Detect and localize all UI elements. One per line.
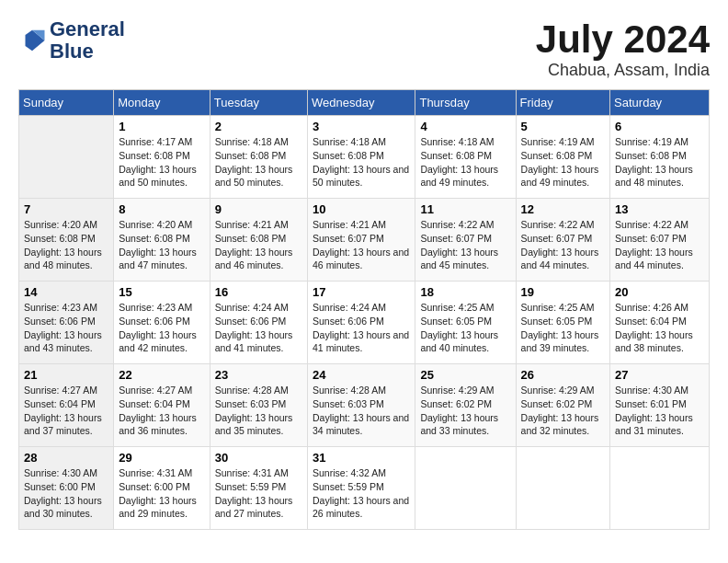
day-number: 15 [119, 285, 204, 299]
calendar-week-row: 1Sunrise: 4:17 AMSunset: 6:08 PMDaylight… [19, 116, 710, 199]
calendar-cell: 19Sunrise: 4:25 AMSunset: 6:05 PMDayligh… [516, 282, 610, 364]
calendar-cell: 22Sunrise: 4:27 AMSunset: 6:04 PMDayligh… [114, 364, 210, 447]
calendar-cell: 1Sunrise: 4:17 AMSunset: 6:08 PMDaylight… [114, 116, 210, 199]
month-year: July 2024 [536, 18, 710, 61]
day-number: 21 [24, 368, 108, 382]
calendar-cell: 13Sunrise: 4:22 AMSunset: 6:07 PMDayligh… [610, 199, 710, 282]
day-info: Sunrise: 4:31 AMSunset: 5:59 PMDaylight:… [215, 466, 302, 521]
day-info: Sunrise: 4:28 AMSunset: 6:03 PMDaylight:… [215, 384, 302, 438]
calendar-cell: 26Sunrise: 4:29 AMSunset: 6:02 PMDayligh… [516, 364, 610, 447]
day-info: Sunrise: 4:19 AMSunset: 6:08 PMDaylight:… [521, 135, 606, 190]
calendar-cell: 7Sunrise: 4:20 AMSunset: 6:08 PMDaylight… [19, 199, 114, 282]
day-info: Sunrise: 4:18 AMSunset: 6:08 PMDaylight:… [420, 135, 510, 190]
col-sunday: Sunday [19, 90, 114, 116]
day-number: 17 [313, 285, 410, 299]
calendar-cell: 14Sunrise: 4:23 AMSunset: 6:06 PMDayligh… [19, 282, 114, 364]
calendar-cell: 4Sunrise: 4:18 AMSunset: 6:08 PMDaylight… [415, 116, 516, 199]
day-number: 24 [313, 368, 410, 382]
day-info: Sunrise: 4:22 AMSunset: 6:07 PMDaylight:… [521, 218, 606, 272]
day-info: Sunrise: 4:20 AMSunset: 6:08 PMDaylight:… [24, 218, 108, 272]
day-number: 11 [420, 202, 510, 216]
calendar-cell: 11Sunrise: 4:22 AMSunset: 6:07 PMDayligh… [415, 199, 516, 282]
day-info: Sunrise: 4:23 AMSunset: 6:06 PMDaylight:… [119, 301, 204, 355]
col-wednesday: Wednesday [308, 90, 415, 116]
day-info: Sunrise: 4:19 AMSunset: 6:08 PMDaylight:… [615, 135, 704, 190]
location: Chabua, Assam, India [536, 61, 710, 80]
calendar-cell: 21Sunrise: 4:27 AMSunset: 6:04 PMDayligh… [19, 364, 114, 447]
logo-line2: Blue [50, 40, 125, 63]
day-number: 1 [119, 120, 204, 133]
calendar-cell [516, 447, 610, 530]
day-number: 30 [215, 451, 302, 465]
day-number: 16 [215, 285, 302, 299]
day-number: 10 [313, 202, 410, 216]
day-number: 23 [215, 368, 302, 382]
day-info: Sunrise: 4:24 AMSunset: 6:06 PMDaylight:… [215, 301, 302, 355]
calendar-cell: 9Sunrise: 4:21 AMSunset: 6:08 PMDaylight… [210, 199, 307, 282]
col-saturday: Saturday [610, 90, 710, 116]
day-info: Sunrise: 4:18 AMSunset: 6:08 PMDaylight:… [215, 135, 302, 190]
col-tuesday: Tuesday [210, 90, 307, 116]
day-number: 20 [615, 285, 704, 299]
day-number: 3 [313, 120, 410, 133]
calendar-cell: 8Sunrise: 4:20 AMSunset: 6:08 PMDaylight… [114, 199, 210, 282]
page-header: General Blue July 2024 Chabua, Assam, In… [18, 18, 710, 80]
day-number: 29 [119, 451, 204, 465]
calendar-cell: 2Sunrise: 4:18 AMSunset: 6:08 PMDaylight… [210, 116, 307, 199]
logo-text: General Blue [50, 18, 125, 63]
day-number: 12 [521, 202, 606, 216]
calendar-cell: 6Sunrise: 4:19 AMSunset: 6:08 PMDaylight… [610, 116, 710, 199]
calendar-cell: 24Sunrise: 4:28 AMSunset: 6:03 PMDayligh… [308, 364, 415, 447]
calendar-cell: 20Sunrise: 4:26 AMSunset: 6:04 PMDayligh… [610, 282, 710, 364]
calendar-cell: 31Sunrise: 4:32 AMSunset: 5:59 PMDayligh… [308, 447, 415, 530]
day-number: 4 [420, 120, 510, 133]
day-info: Sunrise: 4:26 AMSunset: 6:04 PMDaylight:… [615, 301, 704, 355]
day-number: 6 [615, 120, 704, 133]
calendar-cell: 25Sunrise: 4:29 AMSunset: 6:02 PMDayligh… [415, 364, 516, 447]
calendar-cell: 12Sunrise: 4:22 AMSunset: 6:07 PMDayligh… [516, 199, 610, 282]
day-number: 7 [24, 202, 108, 216]
calendar-header-row: Sunday Monday Tuesday Wednesday Thursday… [19, 90, 710, 116]
calendar-cell [19, 116, 114, 199]
calendar-cell: 18Sunrise: 4:25 AMSunset: 6:05 PMDayligh… [415, 282, 516, 364]
day-number: 27 [615, 368, 704, 382]
day-number: 2 [215, 120, 302, 133]
logo: General Blue [18, 18, 125, 63]
calendar-table: Sunday Monday Tuesday Wednesday Thursday… [18, 89, 710, 530]
day-info: Sunrise: 4:30 AMSunset: 6:01 PMDaylight:… [615, 384, 704, 438]
day-info: Sunrise: 4:17 AMSunset: 6:08 PMDaylight:… [119, 135, 204, 190]
day-number: 22 [119, 368, 204, 382]
calendar-cell: 17Sunrise: 4:24 AMSunset: 6:06 PMDayligh… [308, 282, 415, 364]
calendar-week-row: 28Sunrise: 4:30 AMSunset: 6:00 PMDayligh… [19, 447, 710, 530]
calendar-cell: 30Sunrise: 4:31 AMSunset: 5:59 PMDayligh… [210, 447, 307, 530]
day-info: Sunrise: 4:30 AMSunset: 6:00 PMDaylight:… [24, 466, 108, 521]
day-number: 18 [420, 285, 510, 299]
day-info: Sunrise: 4:29 AMSunset: 6:02 PMDaylight:… [521, 384, 606, 438]
col-monday: Monday [114, 90, 210, 116]
calendar-cell: 29Sunrise: 4:31 AMSunset: 6:00 PMDayligh… [114, 447, 210, 530]
col-thursday: Thursday [415, 90, 516, 116]
day-info: Sunrise: 4:23 AMSunset: 6:06 PMDaylight:… [24, 301, 108, 355]
day-info: Sunrise: 4:22 AMSunset: 6:07 PMDaylight:… [615, 218, 704, 272]
day-info: Sunrise: 4:22 AMSunset: 6:07 PMDaylight:… [420, 218, 510, 272]
day-number: 8 [119, 202, 204, 216]
calendar-week-row: 7Sunrise: 4:20 AMSunset: 6:08 PMDaylight… [19, 199, 710, 282]
day-number: 28 [24, 451, 108, 465]
calendar-week-row: 21Sunrise: 4:27 AMSunset: 6:04 PMDayligh… [19, 364, 710, 447]
calendar-cell: 5Sunrise: 4:19 AMSunset: 6:08 PMDaylight… [516, 116, 610, 199]
day-number: 26 [521, 368, 606, 382]
calendar-cell: 27Sunrise: 4:30 AMSunset: 6:01 PMDayligh… [610, 364, 710, 447]
day-number: 9 [215, 202, 302, 216]
calendar-cell: 3Sunrise: 4:18 AMSunset: 6:08 PMDaylight… [308, 116, 415, 199]
day-number: 19 [521, 285, 606, 299]
day-number: 13 [615, 202, 704, 216]
calendar-cell: 23Sunrise: 4:28 AMSunset: 6:03 PMDayligh… [210, 364, 307, 447]
day-info: Sunrise: 4:27 AMSunset: 6:04 PMDaylight:… [24, 384, 108, 438]
day-info: Sunrise: 4:25 AMSunset: 6:05 PMDaylight:… [420, 301, 510, 355]
col-friday: Friday [516, 90, 610, 116]
day-info: Sunrise: 4:24 AMSunset: 6:06 PMDaylight:… [313, 301, 410, 355]
logo-icon [18, 27, 46, 54]
calendar-cell: 16Sunrise: 4:24 AMSunset: 6:06 PMDayligh… [210, 282, 307, 364]
calendar-cell: 10Sunrise: 4:21 AMSunset: 6:07 PMDayligh… [308, 199, 415, 282]
day-number: 14 [24, 285, 108, 299]
